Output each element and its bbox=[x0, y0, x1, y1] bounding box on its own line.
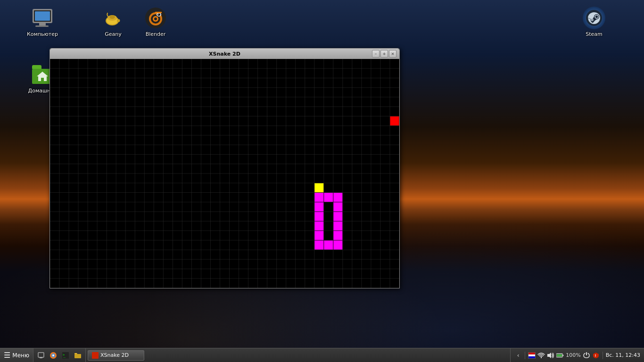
window-title: XSnake 2D bbox=[54, 51, 396, 57]
xsnake-item-icon bbox=[92, 352, 99, 359]
firefox-button[interactable] bbox=[48, 350, 59, 361]
svg-point-10 bbox=[157, 14, 160, 16]
snake-game-canvas[interactable] bbox=[50, 59, 399, 288]
system-tray: ‹ 100% bbox=[510, 348, 644, 362]
svg-marker-26 bbox=[547, 353, 551, 358]
game-canvas[interactable] bbox=[50, 59, 399, 288]
window-controls: – + × bbox=[372, 50, 396, 58]
minimize-button[interactable]: – bbox=[372, 50, 380, 58]
xsnake-taskbar-item[interactable]: XSnake 2D bbox=[88, 350, 144, 361]
svg-rect-28 bbox=[562, 354, 563, 356]
xsnake-window: XSnake 2D – + × bbox=[50, 48, 400, 288]
menu-icon: ☰ bbox=[4, 351, 10, 360]
geany-icon-image bbox=[102, 7, 124, 29]
xsnake-item-label: XSnake 2D bbox=[100, 352, 129, 358]
tray-separator-2 bbox=[603, 352, 603, 359]
taskbar: ☰ Меню _ > bbox=[0, 348, 644, 362]
window-title-bar[interactable]: XSnake 2D – + × bbox=[50, 49, 399, 59]
tray-chevron[interactable]: ‹ bbox=[514, 352, 522, 359]
svg-point-3 bbox=[109, 15, 115, 19]
terminal-button[interactable]: _ > bbox=[60, 350, 71, 361]
svg-rect-17 bbox=[38, 353, 44, 357]
computer-icon-label: Компьютер bbox=[27, 31, 58, 37]
tray-separator-1 bbox=[525, 352, 525, 359]
svg-text:!: ! bbox=[594, 354, 596, 358]
files-button[interactable] bbox=[72, 350, 83, 361]
taskbar-items: XSnake 2D bbox=[86, 348, 510, 362]
computer-icon[interactable]: Компьютер bbox=[24, 5, 61, 39]
svg-point-16 bbox=[591, 18, 594, 21]
tray-security[interactable]: ! bbox=[592, 352, 600, 359]
svg-point-8 bbox=[154, 17, 157, 20]
start-menu-button[interactable]: ☰ Меню bbox=[0, 348, 33, 362]
blender-icon[interactable]: Blender bbox=[137, 5, 174, 39]
tray-battery-pct: 100% bbox=[566, 352, 580, 358]
blender-icon-label: Blender bbox=[146, 31, 166, 37]
svg-point-11 bbox=[158, 14, 159, 15]
tray-network[interactable] bbox=[537, 352, 545, 359]
svg-point-21 bbox=[52, 354, 54, 356]
svg-text:>: > bbox=[63, 353, 65, 357]
system-clock[interactable]: Вс. 11, 12:43 bbox=[606, 352, 640, 358]
svg-marker-13 bbox=[37, 72, 48, 81]
start-label: Меню bbox=[12, 352, 29, 359]
svg-rect-29 bbox=[557, 354, 562, 356]
tray-power[interactable] bbox=[583, 352, 590, 359]
geany-icon-label: Geany bbox=[105, 31, 122, 37]
steam-icon-label: Steam bbox=[586, 31, 603, 37]
steam-icon-image bbox=[583, 7, 605, 29]
close-button[interactable]: × bbox=[389, 50, 396, 58]
blender-icon-image bbox=[144, 7, 167, 29]
tray-flag[interactable] bbox=[528, 352, 536, 359]
geany-icon[interactable]: Geany bbox=[94, 5, 132, 39]
svg-rect-18 bbox=[40, 357, 42, 358]
show-desktop-button[interactable] bbox=[35, 350, 47, 361]
tray-battery bbox=[556, 352, 564, 359]
svg-rect-12 bbox=[155, 12, 162, 13]
computer-icon-image bbox=[31, 7, 54, 29]
steam-icon[interactable]: Steam bbox=[575, 5, 613, 39]
svg-rect-25 bbox=[74, 354, 81, 358]
maximize-button[interactable]: + bbox=[380, 50, 388, 58]
quick-launch-bar: _ > bbox=[33, 348, 86, 362]
tray-volume[interactable] bbox=[547, 352, 554, 359]
